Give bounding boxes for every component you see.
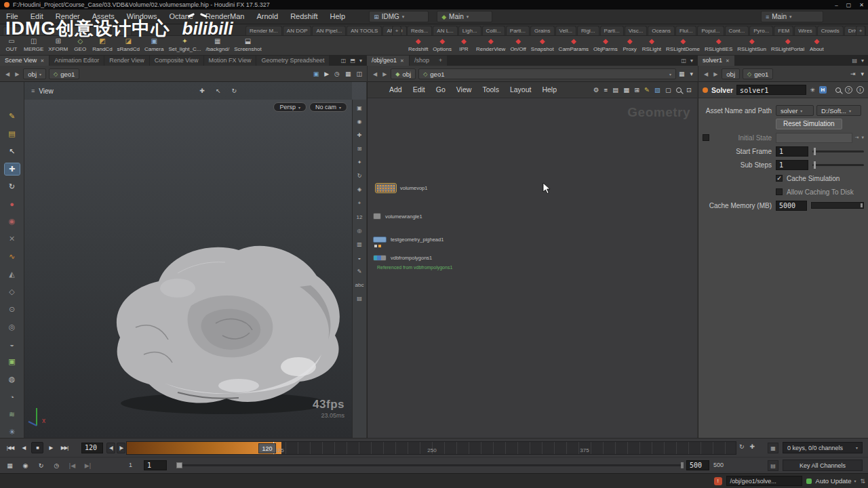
allow-caching-checkbox[interactable] [776,188,783,195]
shelf-tab[interactable]: Ligh... [458,26,481,35]
rs-tool-rslightdome[interactable]: ◆ RSLightDome [665,37,701,54]
menu-item[interactable]: RenderMan [199,9,250,24]
ring-tool-icon[interactable]: ◎ [5,321,20,333]
panes-icon[interactable]: ◫ [356,70,362,77]
menu-item[interactable]: Windows [121,9,163,24]
pane-tab[interactable]: Animation Editor ✕ [50,56,104,66]
clock-icon[interactable]: ◷ [51,460,62,470]
params-node-chip[interactable]: ◇ geo1 [743,68,773,79]
shelf-tab[interactable]: Wires [794,26,816,35]
pane-tab[interactable]: Motion FX View ✕ [204,56,256,66]
star-tool-icon[interactable]: ✳ [5,426,20,438]
node-body[interactable] [376,184,396,192]
keys-dropdown[interactable]: 0 keys, 0/0 channels▾ [783,442,863,453]
pane-tab[interactable]: Geometry Spreadsheet ✕ [256,56,329,66]
node-vdbfrompolygons1[interactable]: vdbfrompolygons1 [373,255,432,261]
view-digits-icon[interactable]: 12 [357,214,363,220]
auto-update-dropdown[interactable]: Auto Update▾ [816,477,856,485]
play-button[interactable]: ▶ [45,442,57,453]
snap-icon[interactable]: ✚ [199,87,205,94]
shelf-tool-srandcd[interactable]: ◪ sRandCd [116,37,141,54]
node-body[interactable] [373,255,387,261]
scoped-channels-icon[interactable]: ▦ [768,443,778,453]
shelf-tab[interactable]: Visc... [625,26,648,35]
shelf-tab[interactable]: FEM [774,26,793,35]
rs-tool-about[interactable]: ◆ About [808,37,825,54]
playhead-marker[interactable]: 120 [258,443,276,453]
cook-warning-icon[interactable]: ! [714,477,722,485]
close-icon[interactable]: ✕ [726,56,730,66]
shelf-tab[interactable]: Parti... [600,26,624,35]
initial-state-toggle[interactable] [703,134,709,141]
shelf-tab[interactable]: Flui... [675,26,697,35]
rotate-tool-icon[interactable]: ↻ [5,181,20,192]
range-end-field[interactable]: 500 [686,460,709,470]
pane-tab[interactable]: Scene View ✕ [0,56,49,66]
twist-tool-icon[interactable]: ∿ [5,251,20,262]
sheet-icon[interactable]: ▤ [612,86,618,94]
shelf-tab[interactable]: Pyro... [749,26,773,35]
next-frame-button[interactable]: |▶ [117,443,125,453]
pose-tool-icon[interactable]: ◉ [5,216,20,227]
menu-item[interactable]: Help [324,9,352,24]
wrench-icon[interactable]: ⚙ [593,86,599,94]
pane-menu-icon[interactable]: ▾ [359,58,362,64]
node-name-field[interactable]: solver1 [736,85,806,95]
prev-frame-button[interactable]: ◀| [106,443,115,453]
shelf-tab[interactable]: Grains [530,26,555,35]
shelf-tab[interactable]: Cont... [725,26,749,35]
snapshot-icon[interactable]: ▣ [313,70,319,77]
projection-menu[interactable]: Persp▾ [273,102,307,112]
notes-icon[interactable]: ▧ [654,86,660,94]
menu-item[interactable]: File [0,9,24,24]
network-context-chip[interactable]: ◆ obj [391,68,416,79]
pin-icon[interactable]: ⇥ [850,70,856,77]
channel-list-icon[interactable]: ▤ [768,460,778,471]
rs-tool-camparams[interactable]: ◆ CamParams [557,37,590,54]
back-icon[interactable]: ◀ [372,71,378,77]
network-node-combo[interactable]: ◇ geo1 ▾ [418,68,676,79]
viewport-view-label[interactable]: View [39,87,54,95]
menu-item[interactable]: Render [50,9,86,24]
network-menu-item[interactable]: Add [384,82,408,98]
sphere-tool-icon[interactable]: ● [5,198,20,209]
pane-tab[interactable]: Composite View ✕ [150,56,203,66]
timeline-track[interactable]: 125250375 120 [126,441,736,455]
view-crosshair-icon[interactable]: ✚ [357,132,362,138]
shelf-tab[interactable]: AN Pipel... [312,26,346,35]
menu-item[interactable]: Assets [86,9,121,24]
pane-menu-icon[interactable]: ▾ [861,58,864,64]
shelf-tab[interactable]: Reds... [407,26,432,35]
cup-tool-icon[interactable]: ◔ [5,391,20,403]
rs-tool-rslightsun[interactable]: ◆ RSLightSun [736,37,768,54]
node-volumewrangle1[interactable]: volumewrangle1 [373,213,422,220]
step-back-icon[interactable]: |◀ [66,460,78,470]
magnifier-icon[interactable] [835,87,841,93]
view-fill-icon[interactable]: ◒ [358,255,361,261]
shelf-tab[interactable]: Colli... [482,26,505,35]
add-pane-tab-button[interactable]: + [434,56,447,66]
view-target-icon[interactable]: ◎ [357,228,362,234]
close-icon[interactable]: ✕ [400,56,404,66]
tile-icon[interactable]: ⊞ [634,86,639,94]
rs-tool-proxy[interactable]: ◆ Proxy [621,37,639,54]
pane-tab[interactable]: /shop ✕ [410,56,434,66]
network-menu-item[interactable]: Edit [408,82,431,98]
gear-asterisk-icon[interactable]: ✳ [810,87,815,94]
menu-icon[interactable]: ▾ [690,70,693,77]
shelf-add-tab-button[interactable]: + [392,26,401,35]
menu-icon[interactable]: ≡ [31,87,35,94]
shelf-tab[interactable]: AN L... [433,26,457,35]
zoom-timeline-icon[interactable]: ↻ [739,443,745,450]
zoom-fit-icon[interactable]: ⊡ [686,86,692,94]
magnifier-icon[interactable] [676,87,682,93]
network-menu-item[interactable]: Tools [477,82,505,98]
minimize-button[interactable]: – [835,2,837,8]
step-forward-icon[interactable]: ▶| [82,460,94,470]
layout-icon[interactable]: ▦ [679,70,685,77]
path-context-chip[interactable]: obj▾ [23,68,46,79]
pane-tab[interactable]: Render View ✕ [104,56,149,66]
shelf-tab[interactable]: AN TOOLS [347,26,382,35]
path-node-chip[interactable]: ◇ geo1 [49,68,79,79]
shelf-tool-backgnd[interactable]: ▦ /backgnd/ [204,37,231,54]
